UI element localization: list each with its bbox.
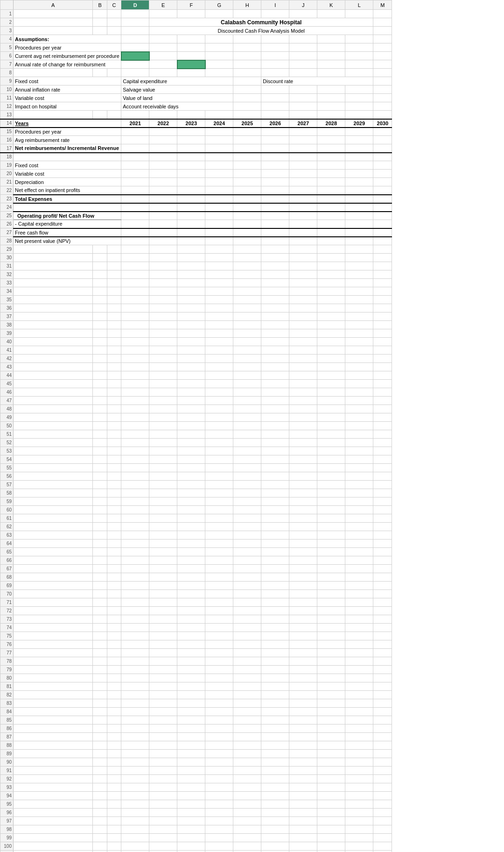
cell-k22[interactable] xyxy=(317,186,345,195)
cell-a3[interactable] xyxy=(14,27,93,35)
cell-k28[interactable] xyxy=(317,237,345,245)
cell-a13[interactable] xyxy=(14,111,93,119)
cell-m23[interactable] xyxy=(373,195,392,203)
col-header-a[interactable]: A xyxy=(14,0,93,10)
cell-c13[interactable] xyxy=(107,111,121,119)
cell-d26[interactable] xyxy=(121,220,149,228)
cell-m20[interactable] xyxy=(373,170,392,178)
cell-j18[interactable] xyxy=(289,153,317,161)
col-header-j[interactable]: J xyxy=(289,0,317,10)
cell-d27[interactable] xyxy=(121,228,149,237)
cell-i20[interactable] xyxy=(261,170,289,178)
col-header-m[interactable]: M xyxy=(373,0,392,10)
cell-e26[interactable] xyxy=(149,220,177,228)
cell-g5[interactable] xyxy=(205,43,233,52)
cell-c1[interactable] xyxy=(107,10,121,18)
cell-l17[interactable] xyxy=(345,144,373,153)
cell-d3[interactable] xyxy=(121,27,149,35)
cell-l21[interactable] xyxy=(345,178,373,186)
cell-m26[interactable] xyxy=(373,220,392,228)
cell-k10[interactable] xyxy=(317,85,345,94)
cell-h19[interactable] xyxy=(233,161,261,170)
cell-k27[interactable] xyxy=(317,228,345,237)
cell-d15[interactable] xyxy=(121,128,149,136)
cell-i22[interactable] xyxy=(261,186,289,195)
cell-e7[interactable] xyxy=(149,60,177,69)
cell-d5[interactable] xyxy=(121,43,149,52)
cell-a21[interactable]: Depreciation xyxy=(14,178,121,186)
cell-k25[interactable] xyxy=(317,212,345,220)
cell-g26[interactable] xyxy=(205,220,233,228)
cell-l19[interactable] xyxy=(345,161,373,170)
cell-i10[interactable] xyxy=(261,85,289,94)
cell-a15[interactable]: Procedures per year xyxy=(14,128,121,136)
cell-k16[interactable] xyxy=(317,136,345,144)
cell-h11[interactable] xyxy=(233,94,261,102)
cell-k26[interactable] xyxy=(317,220,345,228)
cell-m10[interactable] xyxy=(373,85,392,94)
cell-j19[interactable] xyxy=(289,161,317,170)
cell-h1[interactable] xyxy=(233,10,261,18)
cell-a19[interactable]: Fixed cost xyxy=(14,161,121,170)
cell-e24[interactable] xyxy=(149,203,177,212)
cell-d24[interactable] xyxy=(121,203,149,212)
cell-e1[interactable] xyxy=(149,10,177,18)
cell-h9[interactable] xyxy=(233,77,261,85)
cell-g7[interactable] xyxy=(205,60,233,69)
cell-l6[interactable] xyxy=(345,52,373,60)
cell-f23[interactable] xyxy=(177,195,205,203)
cell-l28[interactable] xyxy=(345,237,373,245)
cell-l4[interactable] xyxy=(345,35,373,43)
cell-k23[interactable] xyxy=(317,195,345,203)
col-header-e[interactable]: E xyxy=(149,0,177,10)
cell-i19[interactable] xyxy=(261,161,289,170)
cell-m13[interactable] xyxy=(373,111,392,119)
cell-d19[interactable] xyxy=(121,161,149,170)
cell-e21[interactable] xyxy=(149,178,177,186)
cell-k12[interactable] xyxy=(317,102,345,111)
cell-j24[interactable] xyxy=(289,203,317,212)
cell-e19[interactable] xyxy=(149,161,177,170)
cell-j26[interactable] xyxy=(289,220,317,228)
col-header-k[interactable]: K xyxy=(317,0,345,10)
cell-f4[interactable] xyxy=(177,35,205,43)
cell-d20[interactable] xyxy=(121,170,149,178)
cell-i16[interactable] xyxy=(261,136,289,144)
cell-m8[interactable] xyxy=(373,69,392,77)
cell-d9-capital[interactable]: Capital expenditure xyxy=(121,77,233,85)
cell-l11[interactable] xyxy=(345,94,373,102)
cell-e25[interactable] xyxy=(149,212,177,220)
cell-d23[interactable] xyxy=(121,195,149,203)
cell-e20[interactable] xyxy=(149,170,177,178)
cell-h17[interactable] xyxy=(233,144,261,153)
cell-j27[interactable] xyxy=(289,228,317,237)
col-header-d[interactable]: D xyxy=(121,0,149,10)
cell-l26[interactable] xyxy=(345,220,373,228)
cell-m11[interactable] xyxy=(373,94,392,102)
cell-e8[interactable] xyxy=(149,69,177,77)
cell-i4[interactable] xyxy=(261,35,289,43)
cell-j7[interactable] xyxy=(289,60,317,69)
cell-e22[interactable] xyxy=(149,186,177,195)
cell-l10[interactable] xyxy=(345,85,373,94)
cell-f24[interactable] xyxy=(177,203,205,212)
cell-a20[interactable]: Variable cost xyxy=(14,170,121,178)
cell-m24[interactable] xyxy=(373,203,392,212)
cell-f17[interactable] xyxy=(177,144,205,153)
cell-d18[interactable] xyxy=(121,153,149,161)
cell-m16[interactable] xyxy=(373,136,392,144)
cell-h18[interactable] xyxy=(233,153,261,161)
cell-c3[interactable] xyxy=(107,27,121,35)
cell-l27[interactable] xyxy=(345,228,373,237)
cell-m6[interactable] xyxy=(373,52,392,60)
cell-j21[interactable] xyxy=(289,178,317,186)
cell-f22[interactable] xyxy=(177,186,205,195)
cell-l7[interactable] xyxy=(345,60,373,69)
cell-f8[interactable] xyxy=(177,69,205,77)
cell-h7[interactable] xyxy=(233,60,261,69)
cell-i8[interactable] xyxy=(261,69,289,77)
cell-b2[interactable] xyxy=(93,18,107,27)
cell-d16[interactable] xyxy=(121,136,149,144)
cell-i27[interactable] xyxy=(261,228,289,237)
cell-h6[interactable] xyxy=(233,52,261,60)
